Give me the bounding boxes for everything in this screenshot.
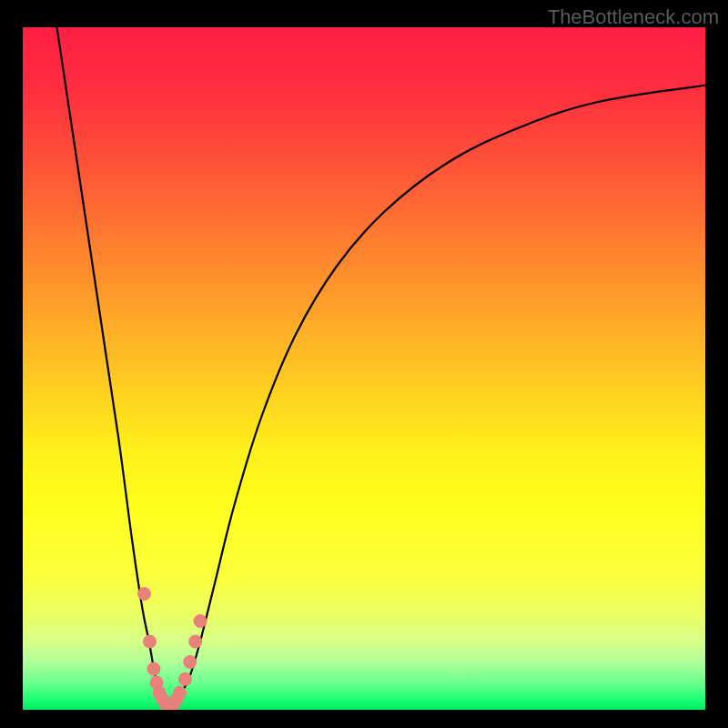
watermark-text: TheBottleneck.com (548, 5, 719, 29)
marker-dot (173, 686, 187, 700)
plot-area (23, 27, 705, 710)
marker-dot (143, 635, 157, 649)
chart-svg (23, 27, 705, 710)
marker-dot (194, 614, 207, 628)
marker-dot (137, 587, 151, 601)
marker-dot (147, 662, 161, 676)
chart-container: TheBottleneck.com (0, 0, 728, 728)
marker-dot (188, 635, 202, 649)
gradient-background (23, 27, 705, 710)
marker-dot (183, 655, 197, 669)
marker-dot (178, 672, 192, 686)
